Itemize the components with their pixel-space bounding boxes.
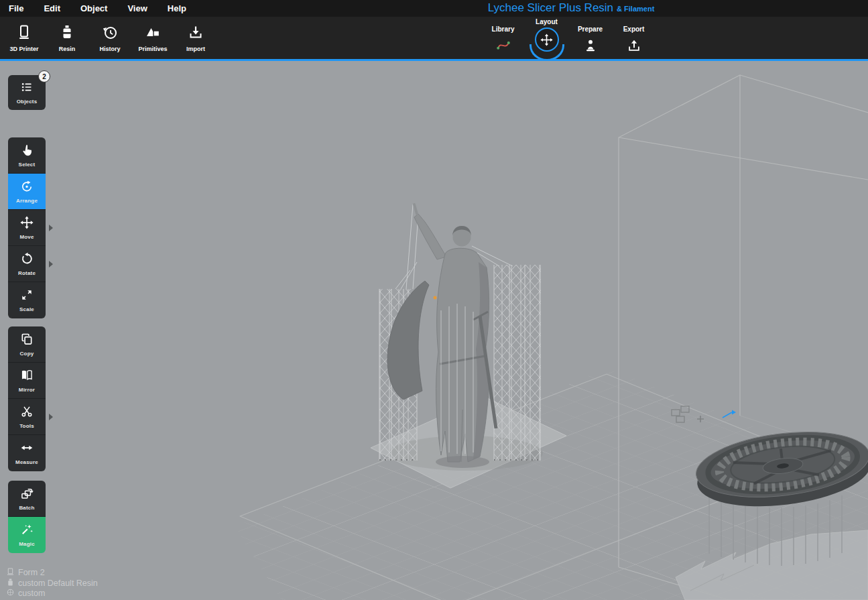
pointer-hand-icon xyxy=(20,143,34,160)
resin-button-label: Resin xyxy=(59,46,76,52)
import-button-label: Import xyxy=(186,46,205,52)
export-upload-icon xyxy=(627,33,641,56)
move-cross-icon xyxy=(20,216,34,232)
status-resin[interactable]: custom Default Resin xyxy=(7,578,98,589)
toolbar-left-group: 3D Printer Resin History Primitives Impo… xyxy=(0,17,868,59)
status-printer-text: Form 2 xyxy=(18,568,45,577)
printer-button[interactable]: 3D Printer xyxy=(3,17,46,59)
printer-status: Form 2 custom Default Resin custom xyxy=(7,568,98,599)
resin-button[interactable]: Resin xyxy=(46,17,88,59)
history-button-label: History xyxy=(99,46,120,52)
scissors-icon xyxy=(20,405,34,421)
bezier-curve-icon xyxy=(496,33,511,56)
history-clock-icon xyxy=(102,24,118,43)
tool-mirror[interactable]: Mirror xyxy=(8,363,46,399)
objects-count-badge: 2 xyxy=(38,70,50,82)
magic-wand-icon xyxy=(20,523,34,539)
pivot-marker xyxy=(434,296,437,300)
app-title-main: Lychee Slicer Plus Resin xyxy=(488,1,613,15)
mirror-book-icon xyxy=(20,369,34,385)
tool-magic[interactable]: Magic xyxy=(8,517,46,553)
menu-edit[interactable]: Edit xyxy=(44,3,60,13)
printer-icon xyxy=(16,24,32,43)
resin-small-icon xyxy=(7,579,14,588)
tool-select-label: Select xyxy=(19,162,36,168)
primitives-button-label: Primitives xyxy=(138,46,167,52)
move-cross-icon xyxy=(535,27,559,52)
tab-library-label: Library xyxy=(492,25,515,33)
submenu-arrow-icon xyxy=(49,261,53,267)
scale-arrows-icon xyxy=(20,288,34,304)
status-printer[interactable]: Form 2 xyxy=(7,568,98,579)
submenu-arrow-icon xyxy=(49,225,53,231)
tab-export-label: Export xyxy=(623,25,645,33)
tool-batch-label: Batch xyxy=(19,505,34,511)
toolbar: 3D Printer Resin History Primitives Impo… xyxy=(0,17,868,59)
mode-tabs: Library Layout Prepare Export xyxy=(481,17,656,59)
app-title: Lychee Slicer Plus Resin & Filament xyxy=(488,1,655,15)
tool-arrange-label: Arrange xyxy=(16,198,38,204)
tool-tools[interactable]: Tools xyxy=(8,399,46,435)
transform-tool-group: Select Arrange Move Rotate Scale xyxy=(8,137,46,318)
copy-icon xyxy=(20,333,34,349)
tool-batch[interactable]: Batch xyxy=(8,481,46,517)
printer-small-icon xyxy=(7,568,14,577)
submenu-arrow-icon xyxy=(49,414,53,420)
tool-magic-label: Magic xyxy=(19,541,35,547)
profile-small-icon xyxy=(7,589,14,598)
tool-copy-label: Copy xyxy=(20,351,34,357)
tab-layout[interactable]: Layout xyxy=(525,17,568,59)
model-statue[interactable] xyxy=(371,204,566,488)
tab-library[interactable]: Library xyxy=(481,17,525,59)
scene-canvas xyxy=(0,61,868,600)
tool-copy[interactable]: Copy xyxy=(8,326,46,363)
batch-tool-group: Batch Magic xyxy=(8,481,46,553)
menu-help[interactable]: Help xyxy=(168,3,186,13)
tab-prepare-label: Prepare xyxy=(578,25,603,33)
list-icon xyxy=(20,80,34,97)
tool-measure-label: Measure xyxy=(15,459,38,465)
auto-arrange-icon xyxy=(20,180,34,196)
primitives-shapes-icon xyxy=(145,24,161,43)
status-profile[interactable]: custom xyxy=(7,589,98,599)
accent-underline xyxy=(0,59,868,61)
menu-object[interactable]: Object xyxy=(80,3,107,13)
status-profile-text: custom xyxy=(18,589,45,598)
primitives-button[interactable]: Primitives xyxy=(131,17,174,59)
objects-button[interactable]: 2 Objects xyxy=(8,75,46,110)
tab-export[interactable]: Export xyxy=(612,17,656,59)
menu-view[interactable]: View xyxy=(127,3,147,13)
import-button[interactable]: Import xyxy=(174,17,217,59)
3d-viewport[interactable]: 2 Objects Select Arrange Move Rotate xyxy=(0,61,868,600)
tool-scale-label: Scale xyxy=(19,306,34,312)
tool-move[interactable]: Move xyxy=(8,210,46,246)
batch-stack-icon xyxy=(20,487,34,503)
tool-move-label: Move xyxy=(19,234,34,240)
tool-mirror-label: Mirror xyxy=(19,387,35,393)
app-title-suffix: & Filament xyxy=(617,5,654,13)
tool-rotate-label: Rotate xyxy=(18,270,36,276)
tool-tools-label: Tools xyxy=(19,423,34,429)
resin-bottle-icon xyxy=(59,24,75,43)
supports-figure-icon xyxy=(583,33,598,56)
tab-prepare[interactable]: Prepare xyxy=(568,17,612,59)
tool-select[interactable]: Select xyxy=(8,137,46,174)
history-button[interactable]: History xyxy=(88,17,131,59)
printer-button-label: 3D Printer xyxy=(9,46,38,52)
tool-measure[interactable]: Measure xyxy=(8,435,46,471)
edit-tool-group: Copy Mirror Tools Measure xyxy=(8,326,46,471)
measure-arrow-icon xyxy=(20,441,34,457)
rotate-arrow-icon xyxy=(20,252,34,268)
tab-layout-label: Layout xyxy=(536,18,558,25)
menubar: File Edit Object View Help Lychee Slicer… xyxy=(0,0,868,17)
tool-arrange[interactable]: Arrange xyxy=(8,174,46,210)
import-download-icon xyxy=(188,24,204,43)
status-resin-text: custom Default Resin xyxy=(18,579,98,588)
objects-button-label: Objects xyxy=(17,99,38,105)
tool-scale[interactable]: Scale xyxy=(8,282,46,318)
tool-rotate[interactable]: Rotate xyxy=(8,246,46,282)
menu-file[interactable]: File xyxy=(9,3,23,13)
